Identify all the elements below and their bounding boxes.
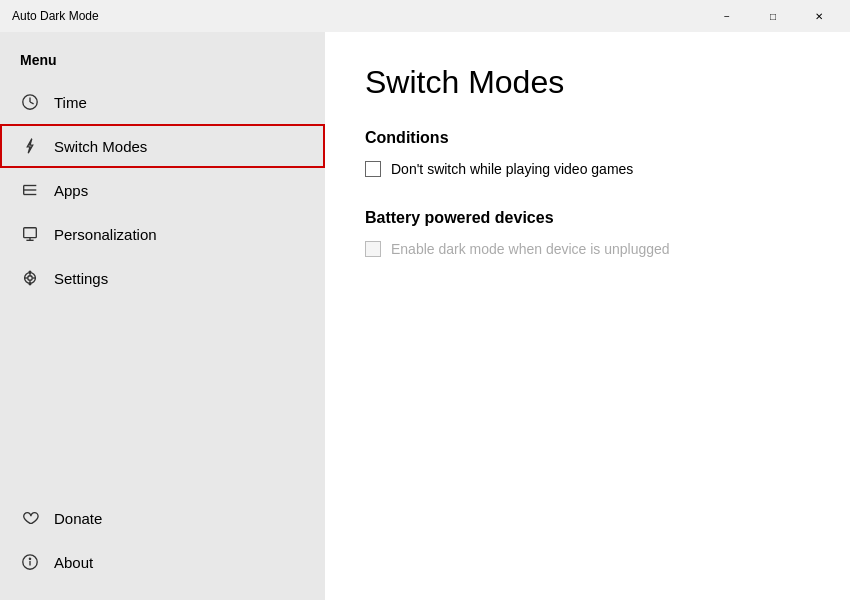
personalization-icon bbox=[20, 224, 40, 244]
video-games-label: Don't switch while playing video games bbox=[391, 161, 633, 177]
conditions-section: Conditions Don't switch while playing vi… bbox=[365, 129, 810, 177]
svg-point-10 bbox=[28, 276, 33, 281]
unplugged-label: Enable dark mode when device is unplugge… bbox=[391, 241, 670, 257]
sidebar: Menu Time bbox=[0, 32, 325, 600]
sidebar-item-time-label: Time bbox=[54, 94, 87, 111]
close-button[interactable]: ✕ bbox=[796, 0, 842, 32]
info-icon bbox=[20, 552, 40, 572]
sidebar-menu-label: Menu bbox=[0, 52, 325, 68]
page-title: Switch Modes bbox=[365, 64, 810, 101]
window-controls: − □ ✕ bbox=[704, 0, 842, 32]
sidebar-bottom: Donate About bbox=[0, 488, 325, 584]
title-bar: Auto Dark Mode − □ ✕ bbox=[0, 0, 850, 32]
sidebar-item-settings-label: Settings bbox=[54, 270, 108, 287]
sidebar-item-settings[interactable]: Settings bbox=[0, 256, 325, 300]
svg-line-2 bbox=[30, 102, 34, 104]
sidebar-item-personalization-label: Personalization bbox=[54, 226, 157, 243]
conditions-heading: Conditions bbox=[365, 129, 810, 147]
unplugged-checkbox-row: Enable dark mode when device is unplugge… bbox=[365, 241, 810, 257]
apps-icon bbox=[20, 180, 40, 200]
sidebar-item-switch-modes-label: Switch Modes bbox=[54, 138, 147, 155]
clock-icon bbox=[20, 92, 40, 112]
sidebar-item-time[interactable]: Time bbox=[0, 80, 325, 124]
sidebar-item-apps[interactable]: Apps bbox=[0, 168, 325, 212]
sidebar-item-donate-label: Donate bbox=[54, 510, 102, 527]
heart-icon bbox=[20, 508, 40, 528]
sidebar-item-donate[interactable]: Donate bbox=[0, 496, 325, 540]
app-body: Menu Time bbox=[0, 32, 850, 600]
battery-section: Battery powered devices Enable dark mode… bbox=[365, 209, 810, 257]
video-games-checkbox[interactable] bbox=[365, 161, 381, 177]
battery-heading: Battery powered devices bbox=[365, 209, 810, 227]
sidebar-item-about-label: About bbox=[54, 554, 93, 571]
settings-icon bbox=[20, 268, 40, 288]
sidebar-item-apps-label: Apps bbox=[54, 182, 88, 199]
unplugged-checkbox[interactable] bbox=[365, 241, 381, 257]
minimize-button[interactable]: − bbox=[704, 0, 750, 32]
sidebar-item-switch-modes[interactable]: Switch Modes bbox=[0, 124, 325, 168]
sidebar-item-about[interactable]: About bbox=[0, 540, 325, 584]
video-games-checkbox-row: Don't switch while playing video games bbox=[365, 161, 810, 177]
app-title: Auto Dark Mode bbox=[12, 9, 99, 23]
bolt-icon bbox=[20, 136, 40, 156]
maximize-button[interactable]: □ bbox=[750, 0, 796, 32]
svg-rect-7 bbox=[24, 228, 37, 238]
sidebar-item-personalization[interactable]: Personalization bbox=[0, 212, 325, 256]
sidebar-nav: Time Switch Modes bbox=[0, 80, 325, 488]
svg-point-18 bbox=[29, 558, 30, 559]
content-area: Switch Modes Conditions Don't switch whi… bbox=[325, 32, 850, 600]
